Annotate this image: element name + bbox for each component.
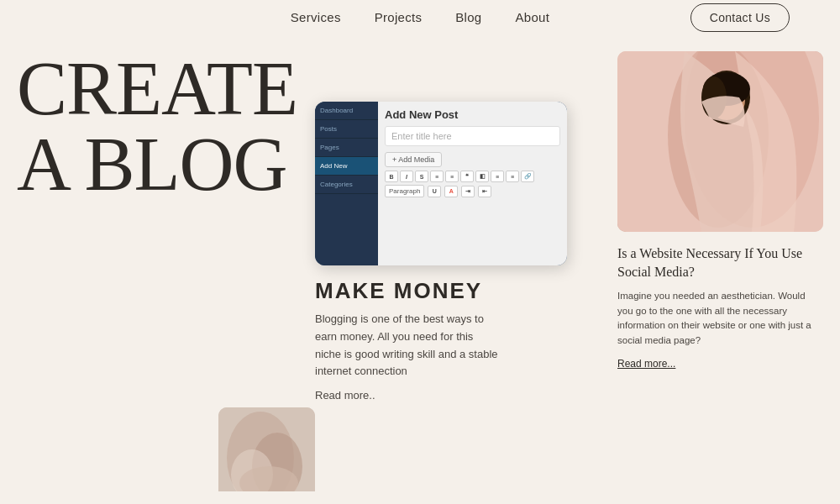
hero-title: CREATE A BLOG (17, 51, 297, 202)
hero-title-line1: CREATE (17, 51, 297, 127)
right-card-body: Imagine you needed an aesthetician. Woul… (617, 289, 823, 349)
toolbar-indent[interactable]: ⇥ (461, 186, 475, 197)
wp-paragraph-select[interactable]: Paragraph (385, 185, 424, 197)
blog-editor-card: Dashboard Posts Pages Add New Categories… (315, 102, 567, 265)
hero-title-line2: A BLOG (17, 127, 297, 202)
sidebar-add-new: Add New (315, 157, 378, 176)
wp-editor-main: Add New Post Enter title here + Add Medi… (378, 102, 567, 265)
contact-button[interactable]: Contact Us (690, 3, 790, 32)
toolbar-quote[interactable]: ❝ (460, 171, 474, 182)
sidebar-posts: Posts (315, 120, 378, 139)
hero-section: CREATE A BLOG Dashboard Posts Pages Add … (0, 34, 840, 491)
wp-title-input[interactable]: Enter title here (385, 126, 560, 146)
nav-about[interactable]: About (516, 10, 550, 24)
right-card-read-more[interactable]: Read more... (617, 358, 675, 370)
make-money-section: MAKE MONEY Blogging is one of the best w… (315, 278, 500, 402)
wp-add-new-label: Add New Post (385, 108, 560, 121)
toolbar-ul[interactable]: ≡ (430, 171, 444, 182)
right-card-title: Is a Website Necessary If You Use Social… (617, 244, 823, 282)
woman-image (617, 51, 823, 232)
make-money-body: Blogging is one of the best ways to earn… (315, 311, 500, 381)
nav-projects[interactable]: Projects (375, 10, 423, 24)
wp-add-media-btn[interactable]: + Add Media (385, 152, 442, 167)
nav-links: Services Projects Blog About (291, 10, 549, 24)
toolbar-color[interactable]: A (444, 186, 458, 197)
sidebar-dashboard: Dashboard (315, 102, 378, 120)
toolbar-outdent[interactable]: ⇤ (478, 186, 491, 197)
navigation: Services Projects Blog About Contact Us (0, 0, 840, 34)
wp-sidebar: Dashboard Posts Pages Add New Categories (315, 102, 378, 265)
nav-services[interactable]: Services (291, 10, 341, 24)
make-money-title: MAKE MONEY (315, 278, 500, 304)
toolbar-strikethrough[interactable]: S (415, 171, 428, 182)
wp-toolbar: B I S ≡ ≡ ❝ ◧ ≡ ≡ 🔗 (385, 171, 560, 182)
toolbar-bold[interactable]: B (385, 171, 398, 182)
toolbar-italic[interactable]: I (400, 171, 413, 182)
make-money-read-more[interactable]: Read more.. (315, 389, 500, 402)
toolbar-link[interactable]: 🔗 (521, 171, 534, 182)
toolbar-align-right[interactable]: ≡ (506, 171, 519, 182)
nav-blog[interactable]: Blog (455, 10, 481, 24)
sidebar-categories: Categories (315, 176, 378, 194)
bottom-left-image (218, 407, 315, 491)
sidebar-pages: Pages (315, 139, 378, 157)
toolbar-align-center[interactable]: ≡ (491, 171, 504, 182)
toolbar-underline[interactable]: U (428, 186, 441, 197)
toolbar-ol[interactable]: ≡ (445, 171, 459, 182)
right-card: Is a Website Necessary If You Use Social… (617, 51, 823, 370)
toolbar-align-left[interactable]: ◧ (475, 171, 489, 182)
